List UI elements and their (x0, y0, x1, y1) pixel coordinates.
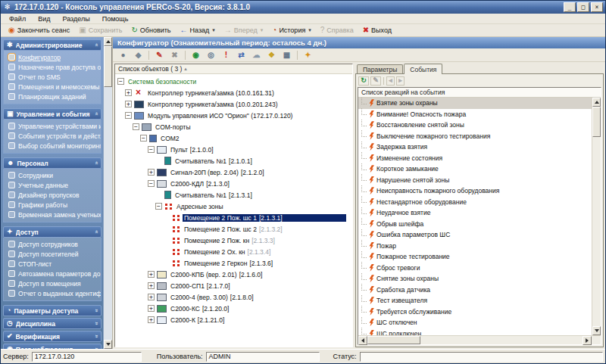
sidebar-item[interactable]: Доступ посетителей (4, 249, 101, 259)
reaction-list-item[interactable]: Сработка датчика (358, 285, 592, 296)
tree-item[interactable]: +С2000-СП1[2.1.7.0] (115, 280, 352, 291)
sidebar-item[interactable]: Временная замена учетных ... (4, 210, 101, 219)
sidebar-section-header[interactable]: ☻Персонал« (3, 157, 102, 169)
toolbar-button[interactable]: ←Назад▾ (176, 26, 220, 35)
tree-header[interactable]: Список объектов ( 3 ) ▴ (115, 64, 352, 74)
expand-icon[interactable]: + (148, 271, 155, 278)
scroll-right-button[interactable] (583, 336, 592, 345)
tree-item[interactable]: +С2000-4 (вер. 3.00)[2.1.8.0] (115, 291, 352, 303)
tree-item[interactable]: Считыватель №1[2.1.3.1] (115, 189, 352, 201)
reaction-list-item[interactable]: Неудачное взятие (358, 207, 592, 219)
object-toolbar-button[interactable]: ◎ (204, 49, 218, 61)
reaction-list-item[interactable]: Сброс тревоги (358, 263, 592, 274)
reaction-list-item[interactable]: Восстановление снятой зоны (358, 120, 592, 131)
reactions-vscrollbar[interactable] (592, 98, 601, 335)
collapse-icon[interactable]: − (148, 146, 155, 153)
scrollbar-thumb[interactable] (592, 107, 601, 137)
sidebar-item[interactable]: Автозамена параметров до... (4, 269, 101, 278)
object-toolbar-button[interactable]: ❖ (264, 49, 279, 61)
reaction-list-item[interactable]: Внимание! Опасность пожара (358, 109, 592, 120)
reactions-hscrollbar[interactable] (358, 335, 601, 344)
tree-item[interactable]: −Модуль управления ИСО "Орион" (172.17.0… (115, 110, 352, 121)
sidebar-item[interactable]: Сотрудники (4, 170, 101, 180)
collapse-icon[interactable]: − (155, 203, 162, 210)
reaction-list-item[interactable]: Тест извещателя (358, 295, 592, 306)
collapse-icon[interactable]: − (125, 112, 132, 119)
collapse-chevron-icon[interactable]: « (92, 230, 99, 233)
tree-item[interactable]: Помещение 2 Пож. шс 1[2.1.3.1] (115, 212, 352, 223)
object-toolbar-button[interactable]: ◉ (189, 49, 203, 61)
sidebar-section-header[interactable]: ◷Дисциплина» (3, 318, 102, 329)
tree-item[interactable]: −COM-порты (115, 121, 352, 132)
tree-item[interactable]: Помещение 2 Геркон[2.1.3.6] (115, 257, 352, 269)
sidebar-item[interactable]: Конфигуратор (4, 52, 101, 62)
tree-item[interactable]: +С2000-КС[2.1.20.0] (115, 303, 352, 314)
reaction-list-item[interactable]: Нарушение снятой зоны (358, 175, 592, 186)
expand-icon[interactable]: + (148, 294, 155, 300)
tree-item[interactable]: −COM2 (115, 132, 352, 144)
expand-chevron-icon[interactable]: » (92, 334, 99, 338)
sidebar-section-header[interactable]: ▣Управление и события« (3, 108, 102, 120)
scrollbar-thumb[interactable] (104, 46, 112, 87)
tree-item[interactable]: +Контроллер турникета/замка (10.0.201.24… (115, 98, 352, 110)
object-toolbar-button[interactable]: ● (116, 49, 130, 61)
sidebar-item[interactable]: Назначение прав доступа о... (4, 62, 101, 72)
expand-icon[interactable]: + (148, 282, 155, 289)
tab-events[interactable]: События (404, 64, 442, 74)
reaction-list-item[interactable]: Пожар (358, 241, 592, 252)
collapse-chevron-icon[interactable]: « (92, 112, 99, 115)
collapse-icon[interactable]: − (140, 135, 147, 142)
tree-item[interactable]: −С2000-КДЛ[2.1.3.0] (115, 178, 352, 189)
object-toolbar-button[interactable]: ◆ (131, 49, 145, 61)
reaction-list-item[interactable]: Снятие зоны охраны (358, 273, 592, 285)
tree-item[interactable]: −Пульт[2.1.0.0] (115, 144, 352, 155)
scroll-up-button[interactable] (592, 98, 601, 107)
scroll-down-button[interactable] (592, 326, 601, 335)
reaction-list-item[interactable]: Обрыв шлейфа (358, 219, 592, 230)
collapse-chevron-icon[interactable]: « (92, 161, 99, 164)
sidebar-item[interactable]: Отчет о выданных идентиф... (4, 288, 101, 298)
tree-item[interactable]: Помещение 2 Пож. шс 2[2.1.3.2] (115, 223, 352, 235)
reactions-toolbar-button[interactable]: ↻ (358, 76, 369, 86)
reaction-list-item[interactable]: Взятие зоны охраны (358, 98, 592, 109)
reaction-list-item[interactable]: Пожарное тестирование (358, 251, 592, 263)
scroll-left-button[interactable] (358, 336, 367, 345)
reaction-list-item[interactable]: Изменение состояния (358, 153, 592, 164)
sidebar-item[interactable]: Графики работы (4, 200, 101, 210)
expand-icon[interactable]: + (125, 101, 132, 107)
toolbar-button[interactable]: ◔История▾ (267, 26, 315, 35)
minimize-button[interactable]: _ (564, 2, 576, 12)
sidebar-item[interactable]: СТОП-лист (4, 259, 101, 269)
sidebar-item[interactable]: Доступ сотрудников (4, 239, 101, 249)
object-toolbar-button[interactable]: ✎ (152, 49, 167, 61)
scrollbar-track[interactable] (420, 336, 583, 344)
sidebar-item[interactable]: События устройств и дейст... (4, 131, 101, 141)
maximize-button[interactable]: □ (577, 2, 589, 12)
expand-icon[interactable]: + (148, 305, 155, 312)
sidebar-scrollbar[interactable] (103, 37, 112, 349)
sidebar-item[interactable]: Отчет по SMS (4, 72, 101, 82)
sidebar-item[interactable]: Помещения и мнемосхемы (4, 82, 101, 92)
collapse-chevron-icon[interactable]: « (92, 43, 99, 46)
sidebar-section-header[interactable]: ✦Доступ« (3, 226, 102, 238)
toolbar-button[interactable]: ✖Выход (358, 26, 396, 35)
sidebar-item[interactable]: Управление устройствами и... (4, 121, 101, 131)
sidebar-item[interactable]: Планировщик заданий (4, 92, 101, 101)
reaction-list-item[interactable]: Ошибка параметров ШС (358, 229, 592, 241)
scroll-up-button[interactable] (104, 37, 112, 46)
reaction-list-item[interactable]: Задержка взятия (358, 142, 592, 153)
menu-item[interactable]: Файл (3, 15, 32, 23)
scrollbar-track[interactable] (104, 87, 112, 340)
expand-icon[interactable]: + (125, 89, 132, 96)
object-toolbar-button[interactable]: ☁ (249, 49, 264, 61)
sidebar-item[interactable]: Доступ в помещения (4, 278, 101, 288)
toolbar-button[interactable]: ◉Закончить сеанс (4, 26, 74, 35)
expand-icon[interactable]: + (148, 316, 155, 323)
reaction-list-item[interactable]: Нестандартное оборудование (358, 197, 592, 208)
close-button[interactable]: × (591, 2, 603, 12)
dropdown-caret-icon[interactable]: ▾ (212, 27, 215, 33)
object-toolbar-button[interactable]: ⇄ (234, 49, 248, 61)
object-toolbar-button[interactable]: ✦ (301, 49, 315, 61)
object-toolbar-button[interactable]: ✖ (167, 49, 182, 61)
sidebar-item[interactable]: Выбор событий мониторинга (4, 141, 101, 151)
